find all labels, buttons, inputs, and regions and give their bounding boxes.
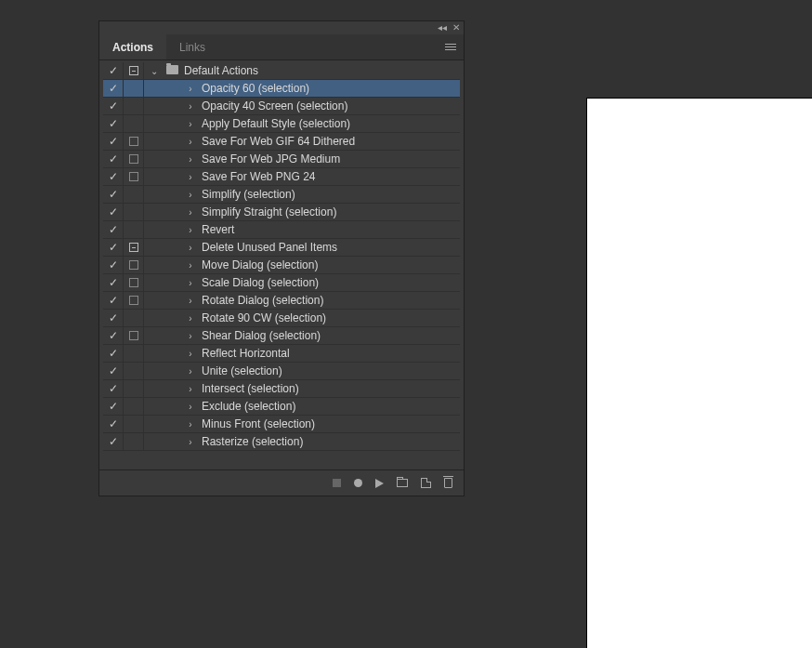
expand-toggle[interactable]: › — [181, 80, 200, 97]
toggle-checkbox[interactable]: ✓ — [103, 292, 124, 309]
dialog-toggle[interactable] — [124, 433, 144, 450]
tab-actions[interactable]: Actions — [99, 34, 166, 60]
action-row[interactable]: ✓›Rotate Dialog (selection) — [103, 292, 460, 310]
dialog-toggle[interactable] — [124, 416, 144, 432]
toggle-checkbox[interactable]: ✓ — [103, 257, 124, 273]
action-row[interactable]: ✓›Delete Unused Panel Items — [103, 239, 460, 257]
action-row[interactable]: ✓›Scale Dialog (selection) — [103, 274, 460, 292]
toggle-checkbox[interactable]: ✓ — [103, 80, 124, 97]
expand-toggle[interactable]: › — [181, 433, 200, 450]
action-row[interactable]: ✓›Save For Web GIF 64 Dithered — [103, 133, 460, 151]
expand-toggle[interactable]: › — [181, 292, 200, 309]
dialog-toggle[interactable] — [124, 151, 144, 167]
toggle-checkbox[interactable]: ✓ — [103, 151, 124, 167]
dialog-toggle[interactable] — [124, 398, 144, 415]
expand-toggle[interactable]: › — [181, 115, 200, 132]
dialog-toggle[interactable] — [124, 186, 144, 203]
action-row[interactable]: ✓›Reflect Horizontal — [103, 345, 460, 363]
expand-toggle[interactable]: › — [181, 151, 200, 167]
dialog-toggle[interactable] — [124, 274, 144, 291]
toggle-checkbox[interactable]: ✓ — [103, 327, 124, 344]
action-row[interactable]: ✓›Apply Default Style (selection) — [103, 115, 460, 133]
expand-toggle[interactable]: › — [181, 221, 200, 238]
expand-toggle[interactable]: › — [181, 398, 200, 415]
expand-toggle[interactable]: › — [181, 186, 200, 203]
dialog-toggle[interactable] — [124, 62, 144, 79]
toggle-checkbox[interactable]: ✓ — [103, 363, 124, 379]
expand-toggle[interactable]: › — [181, 363, 200, 379]
expand-toggle[interactable]: › — [181, 257, 200, 273]
stop-button[interactable] — [333, 479, 341, 487]
action-row[interactable]: ✓›Rotate 90 CW (selection) — [103, 310, 460, 327]
dialog-toggle[interactable] — [124, 292, 144, 309]
dialog-toggle[interactable] — [124, 345, 144, 362]
action-row[interactable]: ✓›Simplify (selection) — [103, 186, 460, 204]
toggle-checkbox[interactable]: ✓ — [103, 115, 124, 132]
toggle-checkbox[interactable]: ✓ — [103, 274, 124, 291]
expand-toggle[interactable]: › — [181, 274, 200, 291]
action-row[interactable]: ✓›Save For Web JPG Medium — [103, 151, 460, 168]
dialog-toggle[interactable] — [124, 363, 144, 379]
expand-toggle[interactable]: › — [181, 327, 200, 344]
dialog-toggle[interactable] — [124, 380, 144, 397]
panel-menu-button[interactable] — [438, 44, 464, 50]
toggle-checkbox[interactable]: ✓ — [103, 168, 124, 185]
dialog-toggle[interactable] — [124, 310, 144, 326]
toggle-checkbox[interactable]: ✓ — [103, 221, 124, 238]
toggle-checkbox[interactable]: ✓ — [103, 239, 124, 256]
expand-toggle[interactable]: › — [181, 239, 200, 256]
expand-toggle[interactable]: › — [181, 168, 200, 185]
toggle-checkbox[interactable]: ✓ — [103, 204, 124, 220]
expand-toggle[interactable]: › — [181, 204, 200, 220]
new-action-button[interactable] — [421, 478, 431, 488]
toggle-checkbox[interactable]: ✓ — [103, 310, 124, 326]
dialog-toggle[interactable] — [124, 80, 144, 97]
action-row[interactable]: ✓›Shear Dialog (selection) — [103, 327, 460, 345]
dialog-toggle[interactable] — [124, 204, 144, 220]
play-button[interactable] — [375, 479, 384, 488]
action-row[interactable]: ✓›Minus Front (selection) — [103, 416, 460, 433]
expand-toggle[interactable]: › — [181, 345, 200, 362]
toggle-checkbox[interactable]: ✓ — [103, 186, 124, 203]
action-row[interactable]: ✓›Intersect (selection) — [103, 380, 460, 398]
action-row[interactable]: ✓›Unite (selection) — [103, 363, 460, 380]
action-row[interactable]: ✓›Opacity 40 Screen (selection) — [103, 98, 460, 115]
toggle-checkbox[interactable]: ✓ — [103, 380, 124, 397]
record-button[interactable] — [354, 479, 362, 487]
action-row[interactable]: ✓›Revert — [103, 221, 460, 239]
dialog-toggle[interactable] — [124, 257, 144, 273]
toggle-checkbox[interactable]: ✓ — [103, 133, 124, 150]
collapse-icon[interactable]: ◂◂ — [438, 23, 447, 33]
toggle-checkbox[interactable]: ✓ — [103, 345, 124, 362]
expand-toggle[interactable]: › — [181, 133, 200, 150]
action-row[interactable]: ✓›Save For Web PNG 24 — [103, 168, 460, 186]
action-set-row[interactable]: ✓ ⌄ Default Actions — [103, 62, 460, 80]
action-row[interactable]: ✓›Rasterize (selection) — [103, 433, 460, 451]
dialog-toggle[interactable] — [124, 239, 144, 256]
dialog-toggle[interactable] — [124, 98, 144, 114]
expand-toggle[interactable]: › — [181, 310, 200, 326]
action-row[interactable]: ✓›Opacity 60 (selection) — [103, 80, 460, 98]
expand-toggle[interactable]: › — [181, 98, 200, 114]
action-row[interactable]: ✓›Exclude (selection) — [103, 398, 460, 416]
dialog-toggle[interactable] — [124, 115, 144, 132]
dialog-toggle[interactable] — [124, 221, 144, 238]
delete-button[interactable] — [444, 478, 452, 488]
new-set-button[interactable] — [397, 479, 408, 487]
dialog-toggle[interactable] — [124, 168, 144, 185]
toggle-checkbox[interactable]: ✓ — [103, 98, 124, 114]
expand-toggle[interactable]: › — [181, 416, 200, 432]
document-canvas[interactable] — [586, 98, 812, 648]
tab-links[interactable]: Links — [166, 34, 218, 60]
toggle-checkbox[interactable]: ✓ — [103, 62, 124, 79]
toggle-checkbox[interactable]: ✓ — [103, 398, 124, 415]
expand-toggle[interactable]: › — [181, 380, 200, 397]
action-row[interactable]: ✓›Move Dialog (selection) — [103, 257, 460, 274]
close-icon[interactable]: ✕ — [452, 23, 460, 33]
dialog-toggle[interactable] — [124, 327, 144, 344]
action-row[interactable]: ✓›Simplify Straight (selection) — [103, 204, 460, 221]
toggle-checkbox[interactable]: ✓ — [103, 433, 124, 450]
dialog-toggle[interactable] — [124, 133, 144, 150]
toggle-checkbox[interactable]: ✓ — [103, 416, 124, 432]
expand-toggle[interactable]: ⌄ — [144, 62, 164, 79]
